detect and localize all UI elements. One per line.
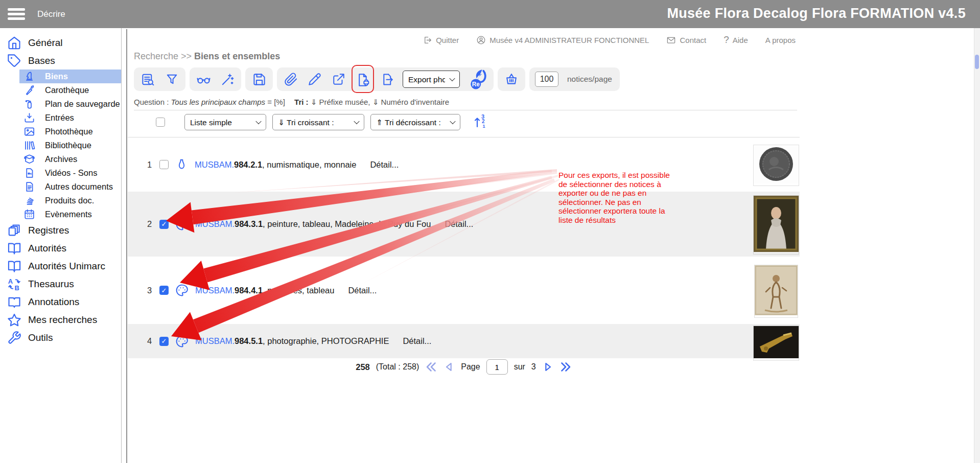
export-photo-select[interactable]: Export photo: [403, 71, 460, 88]
previous-page-button[interactable]: [444, 361, 455, 373]
row-checkbox[interactable]: [159, 220, 169, 229]
sort-ascending-select[interactable]: ⇓ Tri croissant :: [272, 114, 364, 130]
result-list-button[interactable]: [139, 70, 156, 88]
filter-button[interactable]: [164, 70, 180, 88]
sidebar-item-autorites[interactable]: Autorités: [0, 239, 121, 257]
sidebar-item-autorites-unimarc[interactable]: Autorités Unimarc: [0, 257, 121, 275]
last-page-button[interactable]: [559, 361, 572, 373]
quitter-link[interactable]: Quitter: [423, 35, 459, 45]
attachment-button[interactable]: [283, 70, 299, 88]
document-print-icon: [356, 73, 370, 86]
toolbar: Export photo Re notices/page: [134, 67, 620, 91]
result-row: 4 MUSBAM.984.5.1, photographie, PHOTOGRA…: [128, 324, 800, 358]
result-thumbnail[interactable]: [755, 265, 798, 317]
vertical-scrollbar[interactable]: [974, 28, 980, 463]
sidebar-item-label: Vidéos - Sons: [45, 168, 97, 178]
record-prefix-link[interactable]: MUSBAM.: [195, 219, 235, 229]
sidebar-item-bases[interactable]: Bases: [0, 52, 121, 70]
sidebar-item-label: Autorités Unimarc: [28, 261, 105, 272]
export-print-button[interactable]: [355, 70, 371, 88]
notices-per-page-input[interactable]: [535, 72, 558, 87]
sidebar-item-thesaurus[interactable]: AB Thesaurus: [0, 275, 121, 293]
detail-link[interactable]: Détail...: [403, 336, 431, 346]
record-inventory-link[interactable]: 984.2.1: [234, 160, 262, 170]
sidebar-item-entrees[interactable]: Entrées: [19, 111, 121, 125]
sidebar: Général Bases Biens Carothèque Plan de s…: [0, 28, 121, 463]
flora-re-button[interactable]: Re: [468, 70, 488, 88]
row-checkbox[interactable]: [159, 286, 169, 295]
breadcrumb-section[interactable]: Recherche: [134, 51, 178, 61]
row-checkbox[interactable]: [159, 160, 169, 169]
save-search-button[interactable]: [251, 70, 267, 88]
display-mode-select[interactable]: Liste simple: [184, 114, 266, 130]
sidebar-item-archives[interactable]: Archives: [19, 152, 121, 166]
sidebar-item-plan-de-sauvegarde[interactable]: Plan de sauvegarde: [19, 97, 121, 111]
record-description: , peinture, tableau, Madeleine du Puy du…: [263, 219, 431, 229]
divider: [134, 110, 797, 110]
open-external-button[interactable]: [331, 70, 347, 88]
next-page-button[interactable]: [542, 361, 553, 373]
page-count: 3: [531, 362, 536, 372]
record-prefix-link[interactable]: MUSBAM.: [195, 286, 235, 295]
wrench-icon: [7, 331, 21, 345]
numeric-sort-button[interactable]: 3 2 1: [474, 113, 487, 131]
export-file-button[interactable]: [379, 70, 395, 88]
record-prefix-link[interactable]: MUSBAM.: [195, 336, 235, 346]
magic-wand-button[interactable]: [219, 70, 236, 88]
sidebar-item-carotheque[interactable]: Carothèque: [19, 83, 121, 97]
sidebar-item-bibliotheque[interactable]: Bibliothèque: [19, 138, 121, 152]
record-description: , peintures, tableau: [263, 286, 334, 295]
a-propos-link[interactable]: A propos: [765, 36, 796, 44]
record-prefix-link[interactable]: MUSBAM.: [195, 160, 234, 170]
sidebar-item-autres-documents[interactable]: Autres documents: [19, 180, 121, 194]
record-inventory-link[interactable]: 984.3.1: [235, 219, 263, 229]
scrollbar-thumb[interactable]: [975, 55, 979, 69]
view-button[interactable]: [195, 70, 212, 88]
module-label: Décrire: [37, 9, 65, 19]
sidebar-item-biens[interactable]: Biens: [19, 70, 121, 83]
sort-descending-select[interactable]: ⇑ Tri décroissant :: [370, 114, 460, 130]
detail-link[interactable]: Détail...: [445, 219, 473, 229]
double-chevron-right-icon: [559, 361, 572, 373]
result-thumbnail[interactable]: [754, 326, 799, 360]
detail-link[interactable]: Détail...: [348, 286, 377, 295]
document-export-icon: [380, 73, 394, 86]
select-all-checkbox[interactable]: [156, 118, 165, 127]
external-link-icon: [332, 73, 345, 86]
basket-button[interactable]: [503, 70, 520, 88]
glasses-icon: [196, 72, 211, 87]
sidebar-item-phototheque[interactable]: Photothèque: [19, 125, 121, 138]
open-book-icon: [7, 241, 21, 256]
open-book-icon: [7, 259, 21, 273]
user-account-link[interactable]: Musée v4 ADMINISTRATEUR FONCTIONNEL: [476, 35, 649, 45]
contact-link[interactable]: Contact: [666, 35, 706, 45]
list-controls: Liste simple ⇓ Tri croissant : ⇑ Tri déc…: [134, 113, 487, 131]
page-input[interactable]: [486, 359, 508, 375]
sidebar-item-mes-recherches[interactable]: Mes recherches: [0, 311, 121, 329]
funnel-icon: [165, 73, 179, 86]
sidebar-scrollbar[interactable]: [126, 29, 127, 463]
sidebar-item-label: Evènements: [45, 210, 92, 219]
open-book-outline-icon: [7, 295, 21, 309]
toolbar-group-notices: notices/page: [529, 67, 620, 91]
result-thumbnail[interactable]: [754, 145, 799, 186]
detail-link[interactable]: Détail...: [370, 160, 399, 170]
row-checkbox[interactable]: [159, 337, 169, 346]
sidebar-item-general[interactable]: Général: [0, 34, 121, 52]
aide-link[interactable]: ? Aide: [724, 34, 748, 45]
record-inventory-link[interactable]: 984.5.1: [235, 336, 263, 346]
result-thumbnail[interactable]: [754, 196, 799, 254]
sidebar-item-evenements[interactable]: Evènements: [19, 207, 121, 221]
sidebar-item-produits-doc[interactable]: Produits doc.: [19, 194, 121, 207]
hamburger-menu-icon[interactable]: [8, 6, 25, 22]
flora-re-icon: Re: [469, 69, 486, 89]
paperclip-icon: [284, 73, 298, 86]
sidebar-item-annotations[interactable]: Annotations: [0, 293, 121, 311]
record-inventory-link[interactable]: 984.4.1: [235, 286, 263, 295]
toolbar-group-actions: Export photo Re: [277, 67, 494, 91]
sidebar-item-videos-sons[interactable]: Vidéos - Sons: [19, 166, 121, 180]
sidebar-item-registres[interactable]: Registres: [0, 221, 121, 239]
first-page-button[interactable]: [425, 361, 437, 373]
edit-button[interactable]: [307, 70, 323, 88]
sidebar-item-outils[interactable]: Outils: [0, 329, 121, 346]
